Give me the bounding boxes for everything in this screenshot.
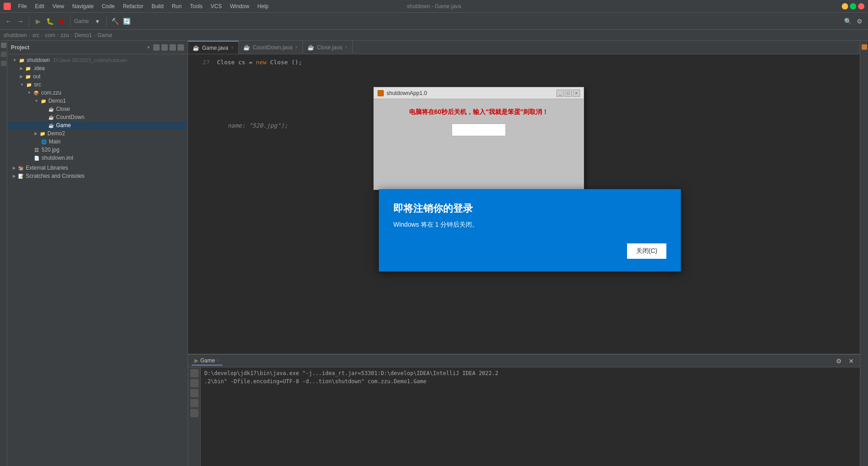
run-tab-close[interactable]: × [217, 358, 220, 363]
tree-label-idea: .idea [33, 65, 45, 71]
separator [29, 16, 29, 26]
tree-item-shutdown[interactable]: ▼ 📁 shutdown D:\Java SE\2023_code\shutdo… [7, 56, 188, 64]
folder-icon: 📁 [39, 130, 46, 137]
run-close-btn[interactable]: ✕ [846, 356, 856, 366]
menu-vcs[interactable]: VCS [207, 2, 226, 10]
activity-project-icon[interactable] [1, 43, 6, 48]
run-rerun-icon[interactable] [190, 389, 198, 397]
panel-dropdown[interactable]: ▾ [147, 45, 150, 50]
tree-item-comzzu[interactable]: ▼ 📦 com.zzu [7, 89, 188, 97]
maximize-button[interactable] [850, 3, 856, 10]
file-tree: ▼ 📁 shutdown D:\Java SE\2023_code\shutdo… [7, 54, 188, 466]
run-side-icons [188, 367, 201, 466]
run-tab-label: Game [200, 357, 215, 364]
build-button[interactable]: 🔨 [110, 16, 120, 26]
shutdown-minimize-btn[interactable]: _ [557, 90, 564, 97]
menu-edit[interactable]: Edit [31, 2, 48, 10]
main-layout: Project ▾ ▼ 📁 shutdown D:\Java SE\2023_c… [0, 41, 868, 466]
shutdown-close-btn[interactable]: × [573, 90, 580, 97]
tree-item-src[interactable]: ▼ 📁 src [7, 81, 188, 89]
tree-item-game[interactable]: ☕ Game [7, 121, 188, 129]
run-line-2: .2\bin" -Dfile.encoding=UTF-8 -d...tion\… [204, 377, 856, 385]
menu-code[interactable]: Code [98, 2, 118, 10]
collapse-icon[interactable] [161, 44, 168, 51]
activity-structure-icon[interactable] [1, 52, 6, 57]
run-settings-btn[interactable]: ⚙ [834, 356, 844, 366]
tree-label-ext-libs: External Libraries [26, 165, 68, 171]
run-scroll-icon[interactable] [190, 409, 198, 417]
run-inner: D:\develop\jdk17\bin\java.exe "-j...idea… [188, 367, 860, 466]
menu-tools[interactable]: Tools [186, 2, 206, 10]
tab-close-java[interactable]: ☕ Close.java × [303, 41, 353, 54]
menu-help[interactable]: Help [254, 2, 272, 10]
menu-refactor[interactable]: Refactor [119, 2, 147, 10]
locate-icon[interactable] [153, 44, 160, 51]
tree-item-shutdowniml[interactable]: 📄 shutdown.iml [7, 154, 188, 162]
run-output: D:\develop\jdk17\bin\java.exe "-j...idea… [201, 367, 860, 466]
window-controls [842, 3, 864, 10]
tab-close-closejava[interactable]: × [345, 45, 348, 50]
tree-item-demo2[interactable]: ▶ 📁 Demo2 [7, 129, 188, 138]
window-title: shutdown - Game.java [407, 3, 461, 10]
tree-item-ext-libs[interactable]: ▶ 📚 External Libraries [7, 164, 188, 172]
debug-button[interactable]: 🐛 [45, 16, 55, 26]
tab-countdown-java[interactable]: ☕ CountDown.java × [239, 41, 303, 54]
menu-run[interactable]: Run [168, 2, 185, 10]
library-icon: 📚 [18, 165, 24, 171]
breadcrumb-src[interactable]: src [32, 32, 39, 38]
shutdown-maximize-btn[interactable]: □ [565, 90, 572, 97]
win-notification-title: 即将注销你的登录 [393, 202, 666, 215]
breadcrumb-com[interactable]: com [45, 32, 55, 38]
minimize-button[interactable] [842, 3, 848, 10]
search-button[interactable]: 🔍 [843, 16, 853, 26]
tree-item-520jpg[interactable]: 🖼 520.jpg [7, 146, 188, 154]
tree-item-out[interactable]: ▶ 📁 out [7, 72, 188, 81]
run-tab-game[interactable]: ▶ Game × [192, 357, 222, 366]
run-button[interactable]: ▶ [33, 16, 43, 26]
menu-view[interactable]: View [49, 2, 68, 10]
settings-button[interactable]: ⚙ [854, 16, 864, 26]
breadcrumb-game[interactable]: Game [97, 32, 112, 38]
minimize-panel-icon[interactable] [178, 44, 184, 51]
tab-game-java[interactable]: ☕ Game.java × [188, 41, 239, 54]
breadcrumb-shutdown[interactable]: shutdown [4, 32, 27, 38]
breadcrumb-demo1[interactable]: Demo1 [75, 32, 92, 38]
win-notification-actions: 关闭(C) [393, 243, 666, 259]
stop-button[interactable]: ■ [57, 16, 66, 26]
tab-icon: ☕ [193, 45, 199, 51]
tree-item-close[interactable]: ☕ Close [7, 105, 188, 113]
warning-icon[interactable] [862, 44, 867, 50]
tree-item-scratches[interactable]: ▶ 📝 Scratches and Consoles [7, 172, 188, 180]
tab-close-game[interactable]: × [231, 45, 234, 50]
tree-item-idea[interactable]: ▶ 📁 .idea [7, 64, 188, 72]
run-stop-icon[interactable] [190, 379, 198, 387]
run-play-icon[interactable] [190, 369, 198, 377]
tree-item-main[interactable]: 🌐 Main [7, 138, 188, 146]
shutdown-app-icon [377, 90, 384, 96]
project-panel: Project ▾ ▼ 📁 shutdown D:\Java SE\2023_c… [7, 41, 188, 466]
menu-window[interactable]: Window [226, 2, 253, 10]
tree-label-scratches: Scratches and Consoles [26, 173, 85, 179]
menu-build[interactable]: Build [148, 2, 167, 10]
breadcrumb-zzu[interactable]: zzu [61, 32, 69, 38]
tree-label-demo1: Demo1 [48, 98, 66, 104]
tree-item-demo1[interactable]: ▼ 📁 Demo1 [7, 97, 188, 105]
run-config-dropdown[interactable]: ▾ [93, 16, 103, 26]
tree-item-countdown[interactable]: ☕ CountDown [7, 113, 188, 121]
tab-close-countdown[interactable]: × [295, 45, 298, 50]
run-filter-icon[interactable] [190, 399, 198, 407]
menu-navigate[interactable]: Navigate [69, 2, 97, 10]
close-button[interactable] [858, 3, 864, 10]
sync-button[interactable]: 🔄 [122, 16, 132, 26]
run-output-text2: .2\bin" -Dfile.encoding=UTF-8 -d [204, 378, 309, 385]
java-icon: ☕ [48, 122, 54, 128]
package-icon: 📦 [33, 90, 39, 96]
windows-notification: 即将注销你的登录 Windows 将在 1 分钟后关闭。 关闭(C) [379, 189, 681, 271]
shutdown-input[interactable] [452, 124, 506, 136]
settings-icon[interactable] [170, 44, 176, 51]
forward-button[interactable]: → [15, 16, 25, 26]
win-notification-close-btn[interactable]: 关闭(C) [627, 243, 666, 259]
back-button[interactable]: ← [4, 16, 14, 26]
menu-file[interactable]: File [14, 2, 30, 10]
activity-bookmarks-icon[interactable] [1, 61, 6, 66]
